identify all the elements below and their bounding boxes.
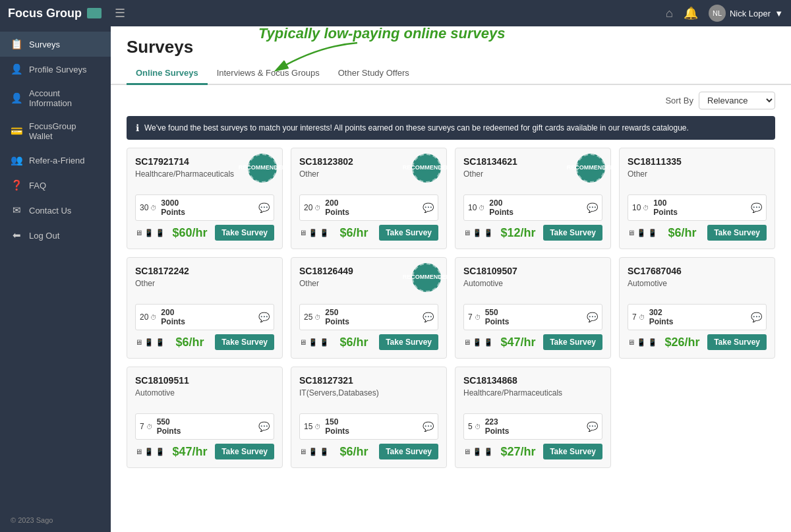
card-id: SC18134868 [463, 375, 602, 386]
sidebar-item-faq[interactable]: ❓FAQ [0, 173, 111, 198]
sidebar-item-label: Contact Us [29, 206, 71, 216]
card-id: SC17687046 [628, 266, 767, 276]
home-icon[interactable]: ⌂ [666, 7, 673, 20]
take-survey-button[interactable]: Take Survey [215, 334, 274, 350]
stat-time: 25 ⏱ [304, 312, 321, 322]
device-icons: 🖥 📱 📱 [628, 229, 657, 237]
hamburger-icon[interactable]: ☰ [115, 6, 125, 20]
rate: $47/hr [501, 336, 536, 349]
tablet-icon: 📱 [308, 229, 318, 237]
clock-icon: ⏱ [146, 423, 153, 430]
clock-icon: ⏱ [314, 423, 321, 430]
tablet-icon: 📱 [144, 229, 154, 237]
card-id: SC18172242 [135, 266, 274, 276]
take-survey-button[interactable]: Take Survey [543, 334, 602, 350]
desktop-icon: 🖥 [463, 229, 471, 237]
survey-card-3: SC18111335 Other 10 ⏱ 100Points 💬 🖥 📱 📱 … [619, 148, 775, 249]
sidebar-item-label: FocusGroup Wallet [29, 121, 100, 141]
time-value: 25 [304, 312, 312, 322]
take-survey-button[interactable]: Take Survey [707, 225, 767, 241]
desktop-icon: 🖥 [463, 448, 471, 456]
take-survey-button[interactable]: Take Survey [379, 444, 438, 459]
sidebar-item-account-info[interactable]: 👤Account Information [0, 82, 111, 115]
stat-points: 550Points [157, 417, 254, 436]
device-icons: 🖥 📱 📱 [299, 338, 329, 347]
sidebar-item-logout[interactable]: ⬅Log Out [0, 223, 111, 248]
sort-label: Sort By [665, 96, 693, 105]
card-id: SC18109507 [463, 266, 602, 276]
tablet-icon: 📱 [308, 338, 318, 347]
clock-icon: ⏱ [475, 423, 481, 430]
mobile-icon: 📱 [648, 338, 657, 347]
top-navbar: Focus Group ☰ ⌂ 🔔 NL Nick Loper ▼ [0, 0, 791, 26]
time-value: 7 [140, 422, 144, 431]
survey-card-4: SC18172242 Other 20 ⏱ 200Points 💬 🖥 📱 📱 … [127, 257, 283, 359]
take-survey-button[interactable]: Take Survey [707, 334, 767, 350]
take-survey-button[interactable]: Take Survey [543, 225, 602, 241]
bell-icon[interactable]: 🔔 [684, 6, 698, 20]
contact-icon: ✉ [11, 204, 22, 216]
rate: $6/hr [340, 445, 368, 459]
stat-points: 100Points [653, 198, 747, 217]
card-bottom: 🖥 📱 📱 $6/hr Take Survey [628, 225, 767, 241]
survey-card-6: SC18109507 Automotive 7 ⏱ 550Points 💬 🖥 … [455, 257, 611, 359]
clock-icon: ⏱ [479, 204, 485, 212]
survey-card-2: RECOMMENDED SC18134621 Other 10 ⏱ 200Poi… [455, 148, 611, 249]
survey-grid: RECOMMENDED SC17921714 Healthcare/Pharma… [111, 148, 791, 484]
sidebar-item-refer[interactable]: 👥Refer-a-Friend [0, 148, 111, 173]
card-category: Automotive [135, 388, 274, 407]
logout-icon: ⬅ [11, 229, 22, 241]
device-icons: 🖥 📱 📱 [135, 338, 165, 347]
stat-time: 20 ⏱ [140, 312, 157, 322]
clock-icon: ⏱ [150, 204, 157, 212]
tablet-icon: 📱 [473, 338, 482, 347]
rate: $6/hr [668, 226, 697, 240]
survey-card-10: SC18134868 Healthcare/Pharmaceuticals 5 … [455, 367, 611, 468]
take-survey-button[interactable]: Take Survey [215, 444, 274, 459]
take-survey-button[interactable]: Take Survey [543, 444, 602, 459]
stat-time: 7 ⏱ [468, 312, 481, 322]
card-stats: 25 ⏱ 250Points 💬 [299, 304, 438, 330]
tablet-icon: 📱 [308, 448, 318, 456]
sidebar-item-wallet[interactable]: 💳FocusGroup Wallet [0, 115, 111, 148]
card-category: Automotive [463, 279, 602, 297]
desktop-icon: 🖥 [299, 229, 307, 237]
user-name: Nick Loper [730, 9, 771, 18]
top-nav-left: Focus Group ☰ [8, 6, 125, 20]
card-category: Healthcare/Pharmaceuticals [463, 388, 602, 407]
survey-card-7: SC17687046 Automotive 7 ⏱ 302Points 💬 🖥 … [619, 257, 775, 359]
mobile-icon: 📱 [484, 338, 493, 347]
stat-points: 3000Points [161, 198, 254, 217]
avatar: NL [709, 5, 726, 22]
sort-select[interactable]: RelevancePointsTimeRate [699, 92, 775, 109]
stat-time: 5 ⏱ [468, 422, 481, 431]
sidebar-item-surveys[interactable]: 📋Surveys [0, 32, 111, 57]
page-header: Surveys Typically low-paying online surv… [111, 26, 791, 57]
take-survey-button[interactable]: Take Survey [215, 225, 274, 241]
desktop-icon: 🖥 [463, 338, 471, 347]
take-survey-button[interactable]: Take Survey [379, 334, 438, 350]
sidebar-item-contact[interactable]: ✉Contact Us [0, 198, 111, 223]
desktop-icon: 🖥 [299, 338, 307, 347]
take-survey-button[interactable]: Take Survey [379, 225, 438, 241]
tablet-icon: 📱 [473, 229, 482, 237]
desktop-icon: 🖥 [628, 229, 635, 237]
user-badge[interactable]: NL Nick Loper ▼ [709, 5, 783, 22]
stat-time: 20 ⏱ [304, 203, 321, 212]
device-icons: 🖥 📱 📱 [628, 338, 657, 347]
card-bottom: 🖥 📱 📱 $6/hr Take Survey [299, 334, 438, 350]
comment-icon: 💬 [423, 421, 434, 432]
mobile-icon: 📱 [156, 338, 165, 347]
comment-icon: 💬 [258, 421, 270, 432]
stat-time: 10 ⏱ [632, 203, 649, 212]
card-stats: 10 ⏱ 200Points 💬 [463, 194, 602, 221]
tab-online[interactable]: Online Surveys [127, 63, 208, 85]
profile-surveys-icon: 👤 [11, 63, 22, 75]
time-value: 10 [468, 203, 477, 212]
sidebar-item-profile-surveys[interactable]: 👤Profile Surveys [0, 57, 111, 82]
sidebar-footer: © 2023 Sago [0, 508, 111, 532]
comment-icon: 💬 [423, 312, 434, 322]
card-bottom: 🖥 📱 📱 $47/hr Take Survey [463, 334, 602, 350]
survey-card-5: RECOMMENDED SC18126449 Other 25 ⏱ 250Poi… [291, 257, 447, 359]
tablet-icon: 📱 [144, 448, 154, 456]
